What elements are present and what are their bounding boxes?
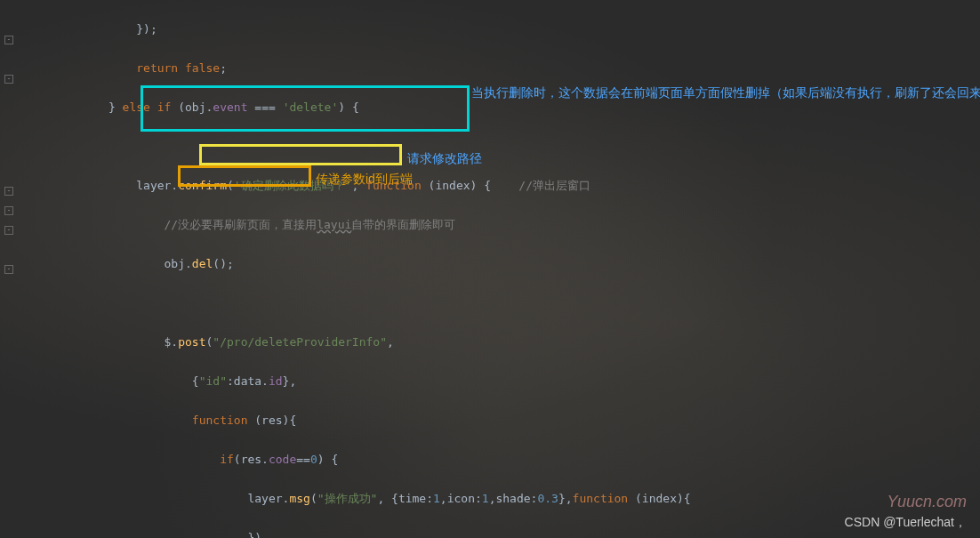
fold-marker[interactable]: -: [4, 36, 13, 44]
keyword: function: [192, 414, 248, 427]
code-text: (: [310, 492, 317, 505]
string: "id": [199, 374, 227, 388]
annotation-yellow: 请求修改路径: [407, 149, 482, 167]
function: msg: [289, 492, 309, 505]
attribution: CSDN @Tuerlechat，: [845, 515, 967, 531]
code-text: });: [25, 22, 157, 36]
comment: //没必要再刷新页面，直接用: [165, 218, 317, 231]
code-text: ,: [387, 335, 394, 349]
comment: //弹出层窗口: [518, 179, 590, 192]
code-text: ();: [213, 257, 233, 270]
annotation-orange: 传递参数id到后端: [316, 169, 413, 189]
gutter: - - - - - -: [0, 0, 18, 538]
code-text: , {: [377, 492, 398, 505]
keyword: function: [573, 492, 629, 505]
code-text: ) {: [338, 100, 358, 114]
function: del: [192, 257, 213, 270]
function: confirm: [178, 179, 227, 192]
code-text: $.: [25, 335, 178, 349]
code-text: {: [25, 374, 199, 388]
code-text: layer.: [25, 492, 289, 505]
code-text: :data.: [227, 374, 269, 388]
code-text: ) {: [317, 453, 338, 466]
watermark: Yuucn.com: [888, 493, 967, 511]
code-content[interactable]: }); return false; } else if (obj.event =…: [18, 0, 980, 538]
fold-marker[interactable]: -: [4, 206, 13, 215]
function: post: [178, 335, 205, 349]
property: event: [213, 100, 247, 114]
key: shade: [495, 492, 530, 505]
num: 1: [433, 492, 440, 505]
code-text: (res.: [234, 453, 269, 466]
code-text: (: [227, 179, 234, 192]
code-editor[interactable]: - - - - - - }); return false; } else if …: [0, 0, 980, 538]
string: "操作成功": [317, 492, 378, 505]
keyword: else: [123, 100, 150, 114]
code-text: obj.: [25, 257, 192, 270]
comment: layui: [317, 218, 351, 231]
string: 'delete': [283, 100, 339, 114]
property: id: [269, 374, 283, 388]
num: 1: [482, 492, 489, 505]
property: code: [269, 453, 296, 466]
code-text: },: [283, 374, 297, 388]
keyword: if: [157, 100, 172, 114]
comment: 自带的界面删除即可: [351, 218, 455, 231]
code-text: }): [25, 531, 261, 538]
fold-marker[interactable]: -: [4, 187, 13, 196]
code-text: (res){: [247, 414, 296, 427]
num: 0.3: [537, 492, 558, 505]
annotation-cyan: 当执行删除时，这个数据会在前端页面单方面假性删掉（如果后端没有执行，刷新了还会回…: [471, 84, 974, 101]
code-text: },: [558, 492, 573, 505]
code-text: (index) {: [422, 179, 519, 192]
code-text: }: [25, 100, 123, 114]
key: icon: [447, 492, 475, 505]
keyword: return: [136, 61, 178, 75]
fold-marker[interactable]: -: [4, 75, 13, 84]
code-text: ==: [296, 453, 310, 466]
keyword: if: [220, 453, 234, 466]
string: "/pro/deleteProviderInfo": [213, 335, 387, 349]
fold-marker[interactable]: -: [4, 265, 13, 274]
fold-marker[interactable]: -: [4, 226, 13, 235]
number: 0: [310, 453, 317, 466]
code-text: ===: [247, 100, 282, 114]
code-text: layer.: [25, 179, 178, 192]
bool: false: [185, 61, 220, 75]
key: time: [398, 492, 426, 505]
code-text: (obj.: [171, 100, 213, 114]
code-text: (index){: [628, 492, 690, 505]
